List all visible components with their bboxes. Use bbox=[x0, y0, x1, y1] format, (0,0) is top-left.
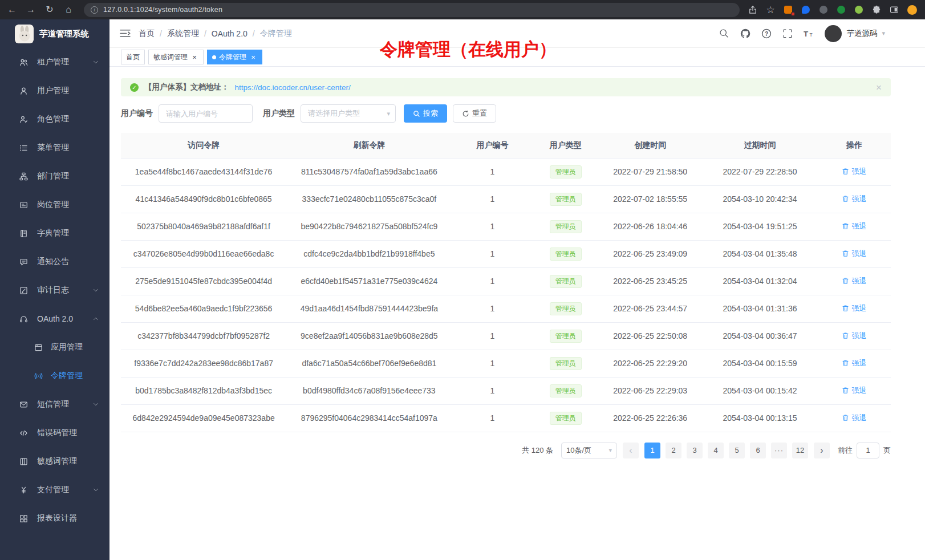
reload-icon[interactable]: ↻ bbox=[44, 5, 55, 15]
user-id-cell: 1 bbox=[452, 185, 533, 213]
sidebar-item[interactable]: 字典管理 bbox=[0, 219, 109, 247]
force-logout-button[interactable]: 强退 bbox=[842, 194, 866, 204]
user-type-cell: 管理员 bbox=[533, 295, 598, 322]
page-button[interactable]: 4 bbox=[708, 443, 724, 458]
goto-page-input[interactable] bbox=[857, 443, 879, 458]
sidebar-item-label: 应用管理 bbox=[51, 342, 99, 352]
logo-row[interactable]: 芋道管理系统 bbox=[0, 19, 109, 48]
table-row: 54d6be82ee5a460a9aedc1f9bf22365649d1aa46… bbox=[121, 295, 891, 322]
github-icon[interactable] bbox=[740, 29, 750, 39]
created-time-cell: 2022-07-02 18:55:55 bbox=[598, 185, 702, 213]
breadcrumb-item-oauth[interactable]: OAuth 2.0 bbox=[212, 29, 248, 38]
address-bar[interactable]: i 127.0.0.1:1024/system/oauth2/token bbox=[84, 3, 740, 17]
user-type-badge: 管理员 bbox=[550, 384, 582, 397]
breadcrumb-item-system[interactable]: 系统管理 bbox=[167, 29, 199, 39]
user-menu[interactable]: 芋道源码 ▾ bbox=[825, 25, 885, 42]
alert-close-icon[interactable]: × bbox=[876, 83, 882, 92]
sidebar-item[interactable]: 岗位管理 bbox=[0, 190, 109, 219]
back-icon[interactable]: ← bbox=[7, 5, 17, 15]
role-icon bbox=[19, 115, 28, 124]
expire-time-cell: 2054-03-04 01:35:48 bbox=[702, 240, 818, 267]
user-type-badge: 管理员 bbox=[550, 412, 582, 425]
puzzle-extensions-icon[interactable] bbox=[871, 5, 882, 15]
android-extension-icon[interactable] bbox=[854, 5, 864, 15]
prev-page-button[interactable]: ‹ bbox=[623, 443, 639, 458]
green-extension-icon[interactable] bbox=[836, 5, 846, 15]
tab-item[interactable]: 敏感词管理× bbox=[148, 50, 204, 64]
force-logout-button[interactable]: 强退 bbox=[842, 221, 866, 232]
tab-split-icon[interactable] bbox=[889, 5, 899, 15]
url-text: 127.0.0.1:1024/system/oauth2/token bbox=[103, 6, 222, 14]
force-logout-button[interactable]: 强退 bbox=[842, 413, 866, 423]
share-icon[interactable] bbox=[748, 5, 758, 15]
action-cell: 强退 bbox=[818, 350, 891, 377]
drop-extension-icon[interactable] bbox=[801, 5, 811, 15]
chevron-down-icon bbox=[92, 401, 99, 408]
font-size-icon[interactable]: TT bbox=[804, 29, 814, 39]
user-id-cell: 1 bbox=[452, 158, 533, 185]
sidebar-item[interactable]: 错误码管理 bbox=[0, 419, 109, 447]
sidebar-item[interactable]: 应用管理 bbox=[0, 333, 109, 362]
search-icon[interactable] bbox=[719, 29, 729, 39]
table-header-row: 访问令牌 刷新令牌 用户编号 用户类型 创建时间 过期时间 操作 bbox=[121, 133, 891, 158]
access-token-cell: 6d842e2924594de9a09e45e087323abe bbox=[121, 404, 286, 432]
sidebar-item[interactable]: 菜单管理 bbox=[0, 133, 109, 162]
sidebar-item[interactable]: 部门管理 bbox=[0, 162, 109, 190]
page-button[interactable]: 3 bbox=[687, 443, 703, 458]
page-size-select[interactable]: 10条/页 ▾ bbox=[561, 443, 617, 458]
search-button[interactable]: 搜索 bbox=[404, 104, 447, 123]
sidebar-item[interactable]: 租户管理 bbox=[0, 48, 109, 76]
col-user-id: 用户编号 bbox=[452, 133, 533, 158]
sidebar-item[interactable]: 敏感词管理 bbox=[0, 447, 109, 476]
header-actions: ?TT 芋道源码 ▾ bbox=[719, 25, 885, 42]
page-button[interactable]: 5 bbox=[729, 443, 745, 458]
next-page-button[interactable]: › bbox=[814, 443, 830, 458]
page-button[interactable]: 6 bbox=[750, 443, 766, 458]
tab-item[interactable]: 首页 bbox=[121, 50, 145, 64]
sidebar-item[interactable]: 审计日志 bbox=[0, 276, 109, 305]
doc-link[interactable]: https://doc.iocoder.cn/user-center/ bbox=[235, 83, 351, 92]
force-logout-button[interactable]: 强退 bbox=[842, 303, 866, 314]
reset-button[interactable]: 重置 bbox=[453, 104, 496, 123]
fullscreen-icon[interactable] bbox=[782, 29, 793, 39]
page-button[interactable]: 1 bbox=[644, 443, 660, 458]
force-logout-button[interactable]: 强退 bbox=[842, 249, 866, 259]
force-logout-button[interactable]: 强退 bbox=[842, 331, 866, 341]
user-type-select[interactable]: 请选择用户类型 ▾ bbox=[301, 104, 396, 123]
forward-icon[interactable]: → bbox=[26, 5, 36, 15]
sidebar-item[interactable]: 用户管理 bbox=[0, 76, 109, 105]
sidebar-item[interactable]: 报表设计器 bbox=[0, 504, 109, 533]
sidebar-item[interactable]: 令牌管理 bbox=[0, 362, 109, 390]
force-logout-button[interactable]: 强退 bbox=[842, 276, 866, 286]
page-button[interactable]: 12 bbox=[792, 443, 808, 458]
force-logout-button[interactable]: 强退 bbox=[842, 385, 866, 396]
help-icon[interactable]: ? bbox=[761, 29, 772, 39]
site-info-icon[interactable]: i bbox=[91, 6, 98, 14]
home-icon[interactable]: ⌂ bbox=[63, 5, 74, 15]
sidebar-item[interactable]: 短信管理 bbox=[0, 390, 109, 419]
expire-time-cell: 2054-03-04 01:32:04 bbox=[702, 267, 818, 295]
access-token-cell: 275e5de9151045fe87cbdc395e004f4d bbox=[121, 267, 286, 295]
menu-collapse-icon[interactable] bbox=[120, 29, 131, 38]
sidebar-item[interactable]: 通知公告 bbox=[0, 247, 109, 276]
force-logout-button[interactable]: 强退 bbox=[842, 167, 866, 177]
extensions-badge-icon[interactable] bbox=[783, 5, 793, 15]
force-logout-button[interactable]: 强退 bbox=[842, 358, 866, 368]
tab-item[interactable]: 令牌管理× bbox=[207, 50, 262, 64]
sidebar-item[interactable]: 支付管理 bbox=[0, 476, 109, 504]
page-button[interactable]: 2 bbox=[666, 443, 681, 458]
dark-extension-icon[interactable] bbox=[818, 5, 829, 15]
profile-avatar-icon[interactable] bbox=[907, 5, 917, 15]
created-time-cell: 2022-06-25 23:44:57 bbox=[598, 295, 702, 322]
breadcrumb-item-home[interactable]: 首页 bbox=[139, 29, 155, 39]
bookmark-star-icon[interactable]: ☆ bbox=[765, 5, 776, 15]
tab-close-icon[interactable]: × bbox=[190, 53, 198, 61]
refresh-token-cell: 8796295f04064c2983414cc54af1097a bbox=[286, 404, 452, 432]
sidebar-item[interactable]: OAuth 2.0 bbox=[0, 305, 109, 333]
tab-close-icon[interactable]: × bbox=[249, 53, 257, 61]
pager-more-button[interactable]: ··· bbox=[771, 443, 787, 458]
sidebar-item[interactable]: 角色管理 bbox=[0, 105, 109, 133]
select-arrow-icon: ▾ bbox=[387, 110, 390, 117]
sidebar-item-label: OAuth 2.0 bbox=[37, 314, 83, 323]
user-id-input[interactable] bbox=[159, 104, 253, 123]
